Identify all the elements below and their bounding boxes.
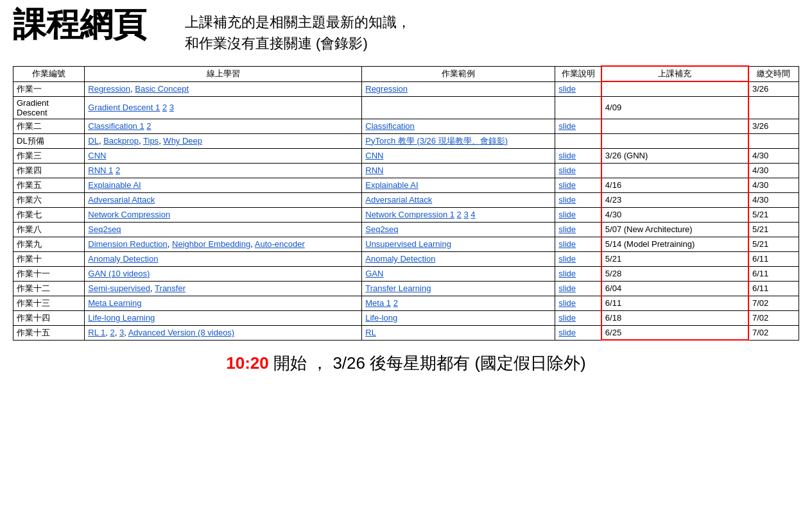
example-link[interactable]: Seq2seq [365,224,398,234]
example-link[interactable]: 4 [471,210,475,219]
cell-example[interactable]: GAN [362,266,555,281]
online-link[interactable]: Basic Concept [135,84,189,94]
cell-slide[interactable]: slide [555,148,601,163]
cell-example[interactable]: RL [362,325,555,340]
cell-online[interactable]: Anomaly Detection [85,251,362,266]
example-link[interactable]: 2 [393,298,398,308]
online-link[interactable]: Backprop [103,136,139,146]
example-link[interactable]: Transfer Learning [365,283,431,293]
example-link[interactable]: GAN [365,269,383,278]
example-link[interactable]: Unsupervised Learning [365,239,451,249]
cell-slide[interactable]: slide [555,266,601,281]
cell-slide[interactable]: slide [555,222,601,237]
online-link[interactable]: 2 [146,121,151,131]
online-link[interactable]: Anomaly Detection [88,254,158,264]
cell-online[interactable]: Seq2seq [85,222,362,237]
cell-online[interactable]: Classification 1 2 [85,119,362,133]
online-link[interactable]: Adversarial Attack [88,195,155,205]
cell-online[interactable]: Semi-supervised, Transfer [85,281,362,296]
online-link[interactable]: Dimension Reduction [88,239,168,249]
online-link[interactable]: Semi-supervised [88,283,150,293]
example-link[interactable]: CNN [365,151,383,160]
example-link[interactable]: PyTorch 教學 (3/26 現場教學、會錄影) [365,136,508,146]
cell-online[interactable]: RL 1, 2, 3, Advanced Version (8 videos) [85,325,362,340]
online-link[interactable]: Meta Learning [88,298,141,308]
cell-slide[interactable]: slide [555,237,601,251]
online-link[interactable]: Network Compression [88,210,170,219]
example-link[interactable]: RNN [365,165,383,175]
cell-online[interactable]: Gradient Descent 1 2 3 [85,96,362,119]
online-link[interactable]: 2 [116,165,120,175]
example-link[interactable]: Anomaly Detection [365,254,435,264]
slide-link[interactable]: slide [558,195,576,205]
online-link[interactable]: GAN (10 videos) [88,269,150,278]
cell-example[interactable]: Regression [362,81,555,96]
example-link[interactable]: Regression [365,84,408,94]
cell-example[interactable]: Transfer Learning [362,281,555,296]
example-link[interactable]: Life-long [365,313,397,323]
example-link[interactable]: 2 [457,210,462,219]
cell-slide[interactable]: slide [555,178,601,192]
cell-slide[interactable]: slide [555,163,601,178]
cell-example[interactable]: Adversarial Attack [362,192,555,207]
slide-link[interactable]: slide [558,283,576,293]
cell-example[interactable]: Classification [362,119,555,133]
cell-slide[interactable]: slide [555,281,601,296]
slide-link[interactable]: slide [558,269,576,278]
online-link[interactable]: RL 1 [88,328,105,337]
cell-example[interactable]: Meta 1 2 [362,296,555,310]
slide-link[interactable]: slide [558,224,576,234]
example-link[interactable]: Explainable AI [365,180,418,190]
cell-online[interactable]: Adversarial Attack [85,192,362,207]
cell-slide[interactable]: slide [555,81,601,96]
cell-slide[interactable]: slide [555,310,601,325]
slide-link[interactable]: slide [558,121,576,131]
example-link[interactable]: Meta 1 [365,298,391,308]
online-link[interactable]: 3 [119,328,124,337]
online-link[interactable]: Transfer [155,283,186,293]
slide-link[interactable]: slide [558,151,576,160]
example-link[interactable]: 3 [463,210,468,219]
slide-link[interactable]: slide [558,210,576,219]
cell-example[interactable]: Network Compression 1 2 3 4 [362,207,555,222]
online-link[interactable]: Neighbor Embedding [172,239,250,249]
cell-online[interactable]: CNN [85,148,362,163]
slide-link[interactable]: slide [558,239,576,249]
slide-link[interactable]: slide [558,328,576,337]
online-link[interactable]: Why Deep [163,136,202,146]
cell-slide[interactable]: slide [555,207,601,222]
cell-online[interactable]: GAN (10 videos) [85,266,362,281]
online-link[interactable]: 3 [169,103,174,112]
cell-example[interactable]: RNN [362,163,555,178]
online-link[interactable]: Seq2seq [88,224,121,234]
slide-link[interactable]: slide [558,180,576,190]
slide-link[interactable]: slide [558,298,576,308]
online-link[interactable]: DL [88,136,99,146]
slide-link[interactable]: slide [558,84,576,94]
cell-online[interactable]: Dimension Reduction, Neighbor Embedding,… [85,237,362,251]
cell-online[interactable]: Life-long Learning [85,310,362,325]
cell-online[interactable]: Meta Learning [85,296,362,310]
example-link[interactable]: Adversarial Attack [365,195,432,205]
online-link[interactable]: Auto-encoder [255,239,305,249]
online-link[interactable]: CNN [88,151,106,160]
online-link[interactable]: Classification 1 [88,121,144,131]
cell-online[interactable]: RNN 1 2 [85,163,362,178]
online-link[interactable]: RNN 1 [88,165,113,175]
cell-online[interactable]: Explainable AI [85,178,362,192]
cell-online[interactable]: Regression, Basic Concept [85,81,362,96]
online-link[interactable]: 2 [162,103,167,112]
online-link[interactable]: Life-long Learning [88,313,155,323]
cell-example[interactable]: Life-long [362,310,555,325]
cell-slide[interactable]: slide [555,296,601,310]
online-link[interactable]: 2 [110,328,114,337]
cell-slide[interactable]: slide [555,325,601,340]
cell-online[interactable]: DL, Backprop, Tips, Why Deep [85,133,362,148]
cell-example[interactable]: PyTorch 教學 (3/26 現場教學、會錄影) [362,133,555,148]
slide-link[interactable]: slide [558,313,576,323]
cell-example[interactable]: Unsupervised Learning [362,237,555,251]
online-link[interactable]: Advanced Version (8 videos) [128,328,234,337]
slide-link[interactable]: slide [558,254,576,264]
online-link[interactable]: Regression [88,84,130,94]
online-link[interactable]: Tips [143,136,159,146]
